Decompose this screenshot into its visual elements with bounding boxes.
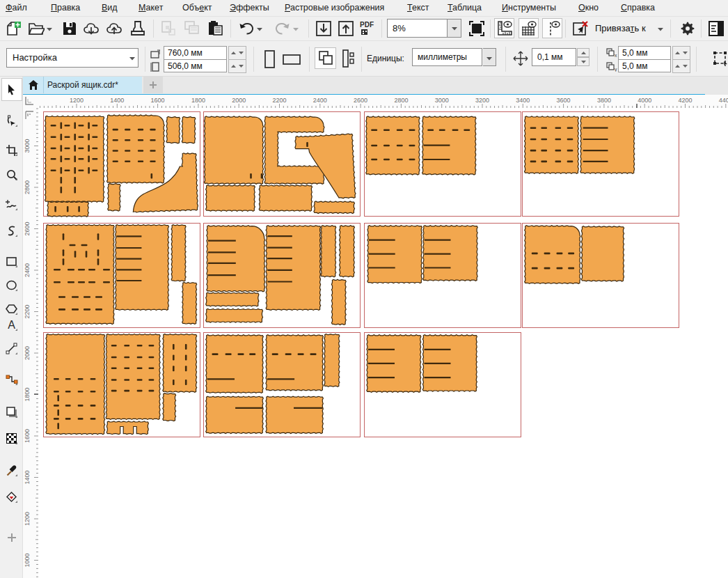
svg-text:1600: 1600	[151, 97, 165, 104]
svg-text:2400: 2400	[24, 263, 31, 277]
svg-text:3200: 3200	[475, 97, 489, 104]
svg-text:3600: 3600	[557, 97, 571, 104]
svg-text:x: x	[615, 53, 617, 58]
svg-text:4200: 4200	[678, 97, 692, 104]
svg-text:1800: 1800	[191, 97, 205, 104]
svg-text:2000: 2000	[232, 97, 246, 104]
svg-text:2800: 2800	[24, 180, 31, 194]
svg-text:A: A	[8, 319, 15, 331]
svg-text:1400: 1400	[110, 97, 124, 104]
svg-text:4000: 4000	[638, 97, 651, 104]
svg-text:1600: 1600	[24, 429, 31, 443]
svg-text:3400: 3400	[516, 97, 530, 104]
svg-text:1800: 1800	[24, 387, 31, 401]
svg-text:2200: 2200	[24, 304, 31, 318]
svg-text:PDF: PDF	[360, 21, 374, 29]
svg-text:4400: 4400	[719, 97, 728, 104]
svg-text:2200: 2200	[272, 97, 286, 104]
svg-text:3000: 3000	[435, 97, 449, 104]
svg-text:2600: 2600	[354, 97, 367, 104]
svg-text:y: y	[615, 67, 617, 72]
svg-text:1200: 1200	[24, 512, 31, 526]
svg-text:2400: 2400	[313, 97, 327, 104]
svg-text:2600: 2600	[24, 221, 31, 235]
svg-text:1000: 1000	[24, 553, 31, 567]
svg-text:3000: 3000	[24, 139, 31, 153]
svg-text:1200: 1200	[70, 97, 84, 104]
svg-text:2000: 2000	[24, 346, 31, 360]
svg-text:1400: 1400	[24, 470, 31, 484]
svg-text:2800: 2800	[394, 97, 408, 104]
svg-text:3800: 3800	[597, 97, 611, 104]
